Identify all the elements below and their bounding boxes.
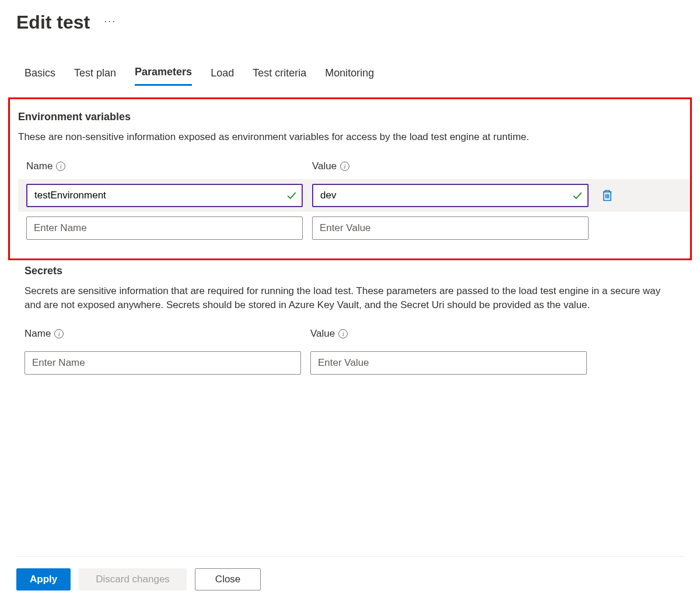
secrets-col-value-header: Value i bbox=[310, 328, 587, 340]
env-section-description: These are non-sensitive information expo… bbox=[18, 130, 678, 144]
info-icon[interactable]: i bbox=[54, 329, 64, 338]
env-name-input[interactable] bbox=[26, 184, 303, 207]
env-column-headers: Name i Value i bbox=[18, 160, 678, 172]
env-col-name-label: Name bbox=[26, 160, 52, 172]
env-value-input[interactable] bbox=[312, 184, 589, 207]
tab-monitoring[interactable]: Monitoring bbox=[325, 66, 374, 86]
tab-parameters[interactable]: Parameters bbox=[135, 66, 192, 86]
env-section-title: Environment variables bbox=[18, 111, 678, 123]
page-title: Edit test bbox=[16, 12, 90, 33]
more-menu-icon[interactable]: ··· bbox=[104, 15, 116, 30]
tab-load[interactable]: Load bbox=[211, 66, 234, 86]
tab-test-plan[interactable]: Test plan bbox=[74, 66, 116, 86]
checkmark-icon bbox=[286, 190, 297, 201]
info-icon[interactable]: i bbox=[340, 162, 349, 171]
secrets-column-headers: Name i Value i bbox=[24, 328, 676, 340]
secrets-col-value-label: Value bbox=[310, 328, 335, 340]
footer-actions: Apply Discard changes Close bbox=[16, 556, 684, 608]
tab-basics[interactable]: Basics bbox=[24, 66, 55, 86]
env-value-input-empty[interactable] bbox=[312, 216, 589, 240]
secrets-col-name-label: Name bbox=[24, 328, 51, 340]
secrets-section: Secrets Secrets are sensitive informatio… bbox=[16, 265, 684, 380]
env-highlight-box: Environment variables These are non-sens… bbox=[8, 97, 692, 260]
close-button[interactable]: Close bbox=[195, 568, 261, 590]
tab-test-criteria[interactable]: Test criteria bbox=[253, 66, 306, 86]
info-icon[interactable]: i bbox=[56, 162, 65, 171]
env-col-value-header: Value i bbox=[312, 160, 589, 172]
checkmark-icon bbox=[572, 190, 583, 201]
secrets-section-title: Secrets bbox=[24, 265, 676, 277]
env-row-empty bbox=[26, 212, 678, 244]
secrets-col-name-header: Name i bbox=[24, 328, 301, 340]
secrets-section-description: Secrets are sensitive information that a… bbox=[24, 284, 676, 312]
env-name-input-empty[interactable] bbox=[26, 216, 303, 240]
info-icon[interactable]: i bbox=[338, 329, 348, 338]
discard-button[interactable]: Discard changes bbox=[79, 568, 187, 590]
tabs-container: Basics Test plan Parameters Load Test cr… bbox=[16, 66, 684, 86]
delete-row-button[interactable] bbox=[598, 186, 617, 205]
env-rows bbox=[18, 179, 678, 244]
trash-icon bbox=[601, 189, 613, 202]
secrets-value-input-empty[interactable] bbox=[310, 351, 587, 375]
env-row bbox=[18, 179, 690, 212]
secrets-name-input-empty[interactable] bbox=[24, 351, 301, 375]
apply-button[interactable]: Apply bbox=[16, 568, 71, 590]
secrets-row-empty bbox=[24, 347, 676, 379]
env-col-name-header: Name i bbox=[26, 160, 303, 172]
env-col-value-label: Value bbox=[312, 160, 337, 172]
